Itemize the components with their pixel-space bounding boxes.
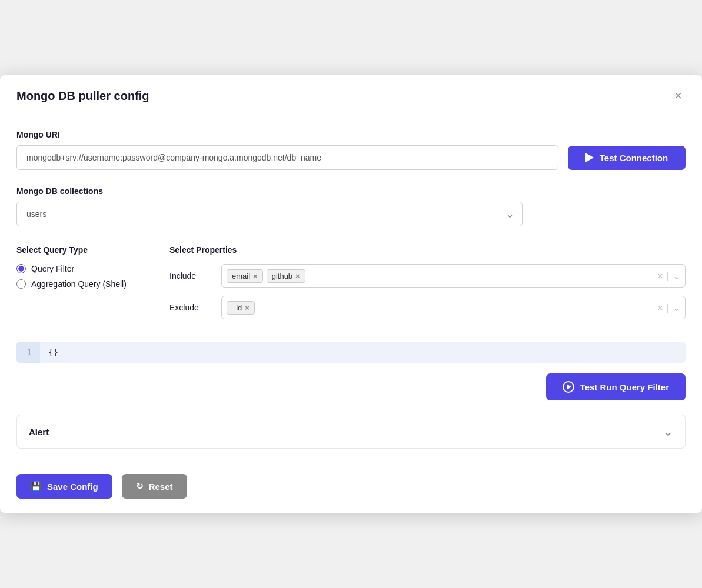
- collections-select[interactable]: users orders products: [16, 202, 523, 226]
- alert-header[interactable]: Alert ⌄: [17, 415, 685, 448]
- exclude-tag-id-text: _id: [232, 303, 242, 312]
- close-button[interactable]: ×: [671, 88, 686, 103]
- reset-button[interactable]: ↻ Reset: [122, 474, 187, 499]
- exclude-pipe: |: [667, 302, 669, 313]
- radio-aggregation-query[interactable]: Aggregation Query (Shell): [16, 279, 146, 289]
- include-tag-github: github ×: [267, 269, 305, 283]
- collections-section: Mongo DB collections users orders produc…: [16, 186, 686, 226]
- include-pipe: |: [667, 270, 669, 281]
- code-line-numbers: 1: [16, 342, 40, 363]
- radio-aggregation-label: Aggregation Query (Shell): [31, 279, 127, 289]
- uri-row: Test Connection: [16, 145, 686, 170]
- exclude-chevron-icon[interactable]: ⌄: [673, 302, 680, 313]
- exclude-clear-icon[interactable]: ×: [658, 302, 663, 313]
- modal-header: Mongo DB puller config ×: [0, 75, 702, 113]
- exclude-actions: × | ⌄: [658, 302, 681, 313]
- modal-footer: 💾 Save Config ↻ Reset: [0, 463, 702, 513]
- exclude-tag-input[interactable]: _id × × | ⌄: [221, 296, 686, 319]
- include-chevron-icon[interactable]: ⌄: [673, 270, 680, 282]
- test-connection-button[interactable]: Test Connection: [568, 146, 686, 170]
- alert-section: Alert ⌄: [16, 415, 686, 449]
- include-tag-github-text: github: [272, 272, 292, 280]
- include-actions: × | ⌄: [658, 270, 681, 282]
- include-tag-email-text: email: [232, 272, 250, 280]
- collections-dropdown-wrapper: users orders products ⌄: [16, 202, 523, 226]
- play-icon: [585, 153, 594, 162]
- code-editor: 1 {}: [16, 342, 686, 363]
- code-content[interactable]: {}: [40, 342, 686, 363]
- test-connection-label: Test Connection: [600, 153, 668, 163]
- play-circle-inner: [567, 384, 571, 390]
- radio-query-filter-input[interactable]: [16, 264, 26, 273]
- collections-label: Mongo DB collections: [16, 186, 686, 196]
- properties-label: Select Properties: [169, 245, 686, 255]
- include-clear-icon[interactable]: ×: [658, 270, 663, 281]
- alert-label: Alert: [29, 427, 49, 437]
- reset-icon: ↻: [136, 481, 144, 492]
- modal-title: Mongo DB puller config: [16, 89, 149, 103]
- play-circle-icon: [563, 381, 574, 393]
- save-config-label: Save Config: [47, 482, 98, 492]
- radio-query-filter-label: Query Filter: [31, 264, 74, 273]
- radio-aggregation-input[interactable]: [16, 279, 26, 289]
- test-run-button[interactable]: Test Run Query Filter: [546, 373, 686, 400]
- exclude-label: Exclude: [169, 303, 211, 312]
- query-type-label: Select Query Type: [16, 245, 146, 255]
- exclude-tag-id: _id ×: [227, 301, 255, 315]
- reset-label: Reset: [149, 482, 173, 492]
- modal-container: Mongo DB puller config × Mongo URI Test …: [0, 75, 702, 513]
- include-tag-input[interactable]: email × github × × | ⌄: [221, 264, 686, 288]
- modal-body: Mongo URI Test Connection Mongo DB colle…: [0, 113, 702, 449]
- include-tag-email: email ×: [227, 269, 263, 283]
- alert-chevron-icon[interactable]: ⌄: [663, 425, 673, 439]
- properties-section: Select Properties Include email × github…: [169, 245, 686, 328]
- test-run-label: Test Run Query Filter: [580, 382, 669, 392]
- save-config-button[interactable]: 💾 Save Config: [16, 474, 112, 499]
- exclude-tag-id-remove[interactable]: ×: [245, 303, 249, 312]
- two-col-section: Select Query Type Query Filter Aggregati…: [16, 245, 686, 328]
- exclude-row: Exclude _id × × | ⌄: [169, 296, 686, 319]
- include-label: Include: [169, 271, 211, 280]
- uri-input[interactable]: [16, 145, 558, 170]
- save-icon: 💾: [31, 481, 42, 492]
- radio-query-filter[interactable]: Query Filter: [16, 264, 146, 273]
- uri-section-label: Mongo URI: [16, 130, 686, 139]
- include-tag-email-remove[interactable]: ×: [253, 272, 258, 280]
- query-type-section: Select Query Type Query Filter Aggregati…: [16, 245, 146, 328]
- test-run-row: Test Run Query Filter: [16, 373, 686, 400]
- include-row: Include email × github × × |: [169, 264, 686, 288]
- include-tag-github-remove[interactable]: ×: [295, 272, 300, 280]
